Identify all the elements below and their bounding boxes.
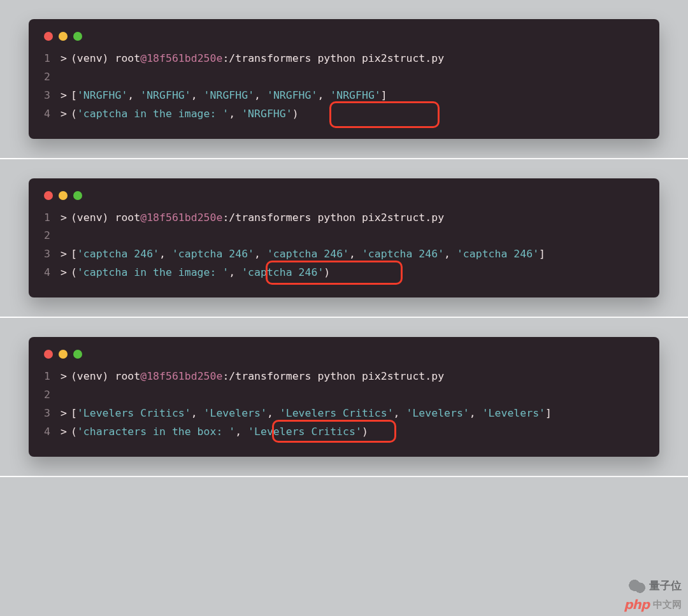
line-content: (venv) root@18f561bd250e:/transformers p… [71, 50, 444, 68]
prompt-arrow: > [61, 245, 71, 264]
traffic-light-minimize-icon[interactable] [59, 32, 68, 41]
prompt-arrow: > [61, 264, 71, 282]
line-number: 1 [41, 209, 61, 227]
line-content: (venv) root@18f561bd250e:/transformers p… [71, 368, 444, 386]
panel-2: 1 > (venv) root@18f561bd250e:/transforme… [0, 159, 688, 319]
line-content: ['captcha 246', 'captcha 246', 'captcha … [71, 245, 545, 264]
line-content: ('characters in the box: ', 'Levelers Cr… [71, 423, 368, 441]
line-number: 1 [41, 368, 61, 386]
line-content: ['NRGFHG', 'NRGFHG', 'NRGFHG', 'NRGFHG',… [71, 87, 387, 105]
line-number: 3 [41, 245, 61, 264]
code-line-1: 1 > (venv) root@18f561bd250e:/transforme… [41, 209, 647, 227]
prompt-arrow: > [61, 87, 71, 105]
code-line-3: 3 > ['NRGFHG', 'NRGFHG', 'NRGFHG', 'NRGF… [41, 87, 647, 105]
line-content: ('captcha in the image: ', 'NRGFHG') [71, 105, 299, 124]
prompt-arrow: > [61, 209, 71, 227]
traffic-light-close-icon[interactable] [44, 350, 53, 359]
prompt-arrow: > [61, 368, 71, 386]
line-number: 2 [41, 386, 61, 405]
code-line-2: 2 [41, 386, 647, 405]
code-line-1: 1 > (venv) root@18f561bd250e:/transforme… [41, 50, 647, 68]
traffic-light-zoom-icon[interactable] [73, 191, 82, 200]
line-number: 3 [41, 405, 61, 423]
line-number: 2 [41, 227, 61, 245]
traffic-light-close-icon[interactable] [44, 32, 53, 41]
traffic-light-minimize-icon[interactable] [59, 350, 68, 359]
code-line-2: 2 [41, 227, 647, 245]
prompt-arrow: > [61, 423, 71, 441]
terminal-titlebar [41, 350, 647, 368]
code-line-4: 4 > ('captcha in the image: ', 'captcha … [41, 264, 647, 282]
terminal-titlebar [41, 191, 647, 209]
line-number: 3 [41, 87, 61, 105]
terminal-window-3: 1 > (venv) root@18f561bd250e:/transforme… [29, 337, 659, 457]
code-line-3: 3 > ['captcha 246', 'captcha 246', 'capt… [41, 245, 647, 264]
line-number: 4 [41, 105, 61, 124]
panel-1: 1 > (venv) root@18f561bd250e:/transforme… [0, 0, 688, 159]
prompt-arrow: > [61, 405, 71, 423]
traffic-light-close-icon[interactable] [44, 191, 53, 200]
terminal-titlebar [41, 32, 647, 50]
traffic-light-zoom-icon[interactable] [73, 350, 82, 359]
traffic-light-zoom-icon[interactable] [73, 32, 82, 41]
traffic-light-minimize-icon[interactable] [59, 191, 68, 200]
terminal-window-1: 1 > (venv) root@18f561bd250e:/transforme… [29, 19, 659, 139]
line-number: 1 [41, 50, 61, 68]
line-number: 4 [41, 264, 61, 282]
code-line-2: 2 [41, 68, 647, 87]
prompt-arrow: > [61, 105, 71, 124]
terminal-window-2: 1 > (venv) root@18f561bd250e:/transforme… [29, 178, 659, 298]
line-number: 2 [41, 68, 61, 87]
code-line-3: 3 > ['Levelers Critics', 'Levelers', 'Le… [41, 405, 647, 423]
line-content: ('captcha in the image: ', 'captcha 246'… [71, 264, 330, 282]
panel-3: 1 > (venv) root@18f561bd250e:/transforme… [0, 318, 688, 477]
code-line-4: 4 > ('captcha in the image: ', 'NRGFHG') [41, 105, 647, 124]
line-content: (venv) root@18f561bd250e:/transformers p… [71, 209, 444, 227]
code-line-4: 4 > ('characters in the box: ', 'Leveler… [41, 423, 647, 441]
code-line-1: 1 > (venv) root@18f561bd250e:/transforme… [41, 368, 647, 386]
line-content: ['Levelers Critics', 'Levelers', 'Levele… [71, 405, 552, 423]
prompt-arrow: > [61, 50, 71, 68]
line-number: 4 [41, 423, 61, 441]
